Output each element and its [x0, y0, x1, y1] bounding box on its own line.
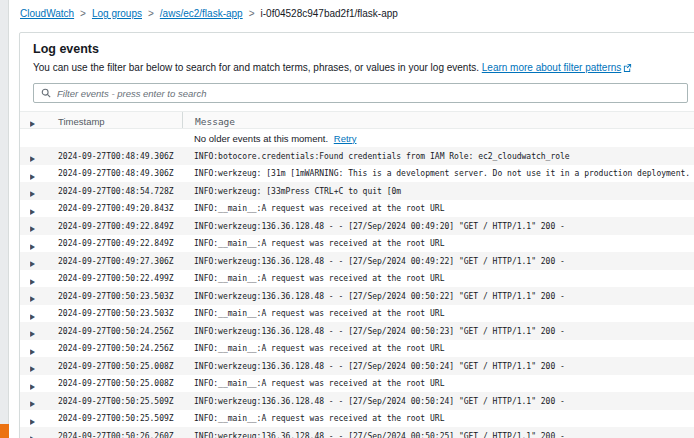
log-message: INFO:werkzeug: [33mPress CTRL+C to quit … [182, 187, 694, 196]
log-row: ▶ 2024-09-27T00:50:26.260Z INFO:werkzeug… [20, 427, 694, 438]
retry-link[interactable]: Retry [334, 133, 357, 144]
log-message: INFO:werkzeug:136.36.128.48 - - [27/Sep/… [182, 362, 694, 371]
log-message: INFO:botocore.credentials:Found credenti… [182, 152, 694, 161]
breadcrumb-current: i-0f04528c947bad2f1/flask-app [261, 8, 398, 19]
log-row: ▶ 2024-09-27T00:50:22.499Z INFO:__main__… [20, 270, 694, 288]
log-events-table: ▶ Timestamp Message No older events at t… [20, 111, 694, 438]
log-message: INFO:werkzeug:136.36.128.48 - - [27/Sep/… [182, 397, 694, 406]
expand-arrow-icon[interactable]: ▶ [30, 261, 35, 268]
log-timestamp: 2024-09-27T00:48:49.306Z [58, 152, 182, 161]
log-message: INFO:__main__:A request was received at … [182, 309, 694, 318]
breadcrumb-link[interactable]: /aws/ec2/flask-app [160, 8, 243, 19]
expand-arrow-icon[interactable]: ▶ [30, 366, 35, 373]
column-header-message: Message [182, 112, 694, 129]
log-message: INFO:__main__:A request was received at … [182, 379, 694, 388]
expand-arrow-icon[interactable]: ▶ [30, 296, 35, 303]
log-row: ▶ 2024-09-27T00:50:25.509Z INFO:werkzeug… [20, 392, 694, 410]
breadcrumb-link[interactable]: CloudWatch [20, 8, 74, 19]
log-timestamp: 2024-09-27T00:48:54.728Z [58, 187, 182, 196]
expand-arrow-icon[interactable]: ▶ [30, 191, 35, 198]
log-row: ▶ 2024-09-27T00:50:23.503Z INFO:werkzeug… [20, 287, 694, 305]
expand-arrow-icon[interactable]: ▶ [30, 313, 35, 320]
expand-arrow-icon[interactable]: ▶ [30, 173, 35, 180]
log-message: INFO:werkzeug:136.36.128.48 - - [27/Sep/… [182, 432, 694, 438]
log-row: ▶ 2024-09-27T00:49:22.849Z INFO:werkzeug… [20, 217, 694, 235]
log-row: ▶ 2024-09-27T00:50:25.008Z INFO:werkzeug… [20, 357, 694, 375]
log-row: ▶ 2024-09-27T00:49:20.843Z INFO:__main__… [20, 200, 694, 218]
external-link-icon [623, 62, 632, 76]
filter-bar[interactable] [33, 83, 688, 103]
expand-arrow-icon[interactable]: ▶ [30, 401, 35, 408]
search-icon [41, 84, 51, 102]
log-timestamp: 2024-09-27T00:50:25.509Z [58, 397, 182, 406]
expand-arrow-icon: ▶ [30, 121, 35, 128]
log-timestamp: 2024-09-27T00:48:49.306Z [58, 169, 182, 178]
expand-arrow-icon[interactable]: ▶ [30, 331, 35, 338]
log-message: INFO:werkzeug:136.36.128.48 - - [27/Sep/… [182, 222, 694, 231]
log-timestamp: 2024-09-27T00:50:25.509Z [58, 414, 182, 423]
log-timestamp: 2024-09-27T00:50:23.503Z [58, 292, 182, 301]
expand-arrow-icon[interactable]: ▶ [30, 278, 35, 285]
expand-arrow-icon[interactable]: ▶ [30, 348, 35, 355]
table-header-row: ▶ Timestamp Message [20, 111, 694, 129]
collapsed-sidebar [0, 0, 9, 438]
breadcrumb-link[interactable]: Log groups [92, 8, 142, 19]
log-row: ▶ 2024-09-27T00:48:49.306Z INFO:werkzeug… [20, 165, 694, 183]
log-row: ▶ 2024-09-27T00:49:27.306Z INFO:werkzeug… [20, 252, 694, 270]
log-events-panel: Log events You can use the filter bar be… [19, 32, 694, 438]
log-timestamp: 2024-09-27T00:50:23.503Z [58, 309, 182, 318]
log-timestamp: 2024-09-27T00:50:25.008Z [58, 362, 182, 371]
log-message: INFO:werkzeug:136.36.128.48 - - [27/Sep/… [182, 257, 694, 266]
expand-arrow-icon[interactable]: ▶ [30, 226, 35, 233]
log-message: INFO:__main__:A request was received at … [182, 274, 694, 283]
notice-text: No older events at this moment. [194, 133, 328, 144]
log-timestamp: 2024-09-27T00:49:20.843Z [58, 204, 182, 213]
log-timestamp: 2024-09-27T00:50:25.008Z [58, 379, 182, 388]
log-timestamp: 2024-09-27T00:50:24.256Z [58, 327, 182, 336]
log-timestamp: 2024-09-27T00:50:22.499Z [58, 274, 182, 283]
log-message: INFO:werkzeug: [31m [1mWARNING: This is … [182, 169, 694, 178]
no-older-events-row: No older events at this moment. Retry [20, 129, 694, 147]
breadcrumb-separator: > [80, 8, 86, 19]
header-expand-cell: ▶ [20, 112, 58, 129]
log-row: ▶ 2024-09-27T00:48:49.306Z INFO:botocore… [20, 147, 694, 165]
log-row: ▶ 2024-09-27T00:50:25.008Z INFO:__main__… [20, 375, 694, 393]
log-row: ▶ 2024-09-27T00:50:23.503Z INFO:__main__… [20, 305, 694, 323]
expand-arrow-icon[interactable]: ▶ [30, 383, 35, 390]
description-text: You can use the filter bar below to sear… [33, 62, 479, 73]
log-timestamp: 2024-09-27T00:49:22.849Z [58, 222, 182, 231]
breadcrumb-separator: > [148, 8, 154, 19]
expand-arrow-icon[interactable]: ▶ [30, 418, 35, 425]
log-row: ▶ 2024-09-27T00:49:22.849Z INFO:__main__… [20, 235, 694, 253]
log-row: ▶ 2024-09-27T00:48:54.728Z INFO:werkzeug… [20, 182, 694, 200]
panel-description: You can use the filter bar below to sear… [33, 61, 694, 76]
log-message: INFO:__main__:A request was received at … [182, 204, 694, 213]
log-timestamp: 2024-09-27T00:49:22.849Z [58, 239, 182, 248]
log-row: ▶ 2024-09-27T00:50:24.256Z INFO:__main__… [20, 340, 694, 358]
log-timestamp: 2024-09-27T00:50:24.256Z [58, 344, 182, 353]
log-row: ▶ 2024-09-27T00:50:24.256Z INFO:werkzeug… [20, 322, 694, 340]
filter-events-input[interactable] [57, 88, 680, 99]
page-title: Log events [33, 41, 694, 57]
log-message: INFO:__main__:A request was received at … [182, 414, 694, 423]
learn-more-link[interactable]: Learn more about filter patterns [482, 62, 622, 73]
log-timestamp: 2024-09-27T00:49:27.306Z [58, 257, 182, 266]
expand-arrow-icon[interactable]: ▶ [30, 208, 35, 215]
expand-arrow-icon[interactable]: ▶ [30, 243, 35, 250]
no-older-events-message: No older events at this moment. Retry [182, 133, 694, 144]
log-message: INFO:__main__:A request was received at … [182, 344, 694, 353]
panel-header: Log events You can use the filter bar be… [20, 33, 694, 111]
breadcrumb-separator: > [249, 8, 255, 19]
log-timestamp: 2024-09-27T00:50:26.260Z [58, 432, 182, 438]
log-message: INFO:werkzeug:136.36.128.48 - - [27/Sep/… [182, 292, 694, 301]
orange-corner-badge [0, 424, 9, 438]
log-table-body: ▶ 2024-09-27T00:48:49.306Z INFO:botocore… [20, 147, 694, 438]
breadcrumb: CloudWatch>Log groups>/aws/ec2/flask-app… [20, 7, 398, 21]
log-message: INFO:__main__:A request was received at … [182, 239, 694, 248]
log-row: ▶ 2024-09-27T00:50:25.509Z INFO:__main__… [20, 410, 694, 428]
log-message: INFO:werkzeug:136.36.128.48 - - [27/Sep/… [182, 327, 694, 336]
column-header-timestamp: Timestamp [58, 116, 182, 127]
expand-arrow-icon[interactable]: ▶ [30, 156, 35, 163]
